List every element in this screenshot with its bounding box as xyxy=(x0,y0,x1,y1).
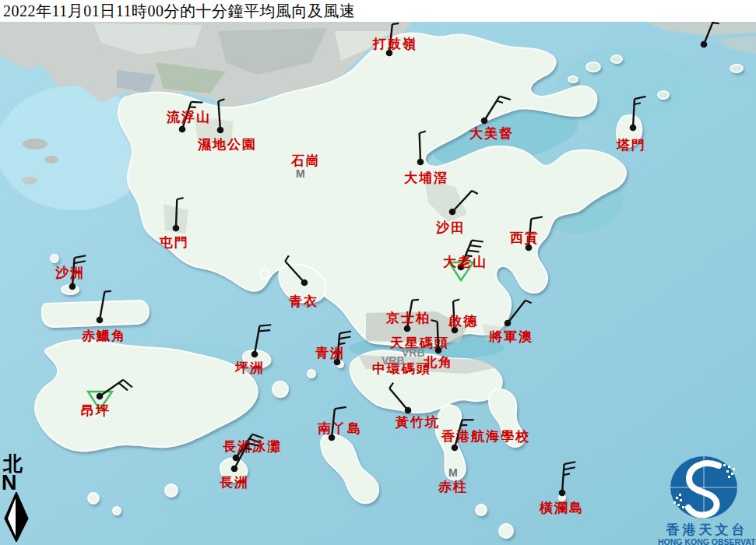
north-indicator: 北 N xyxy=(2,455,33,545)
station-dot xyxy=(251,351,258,358)
station-label: 西貢 xyxy=(509,230,540,245)
wind-barb-staff xyxy=(438,322,438,350)
station-status-m: M xyxy=(448,466,458,479)
page-title: 2022年11月01日11時00分的十分鐘平均風向及風速 xyxy=(0,1,356,22)
station-label: 坪洲 xyxy=(234,360,265,375)
station-label: 打鼓嶺 xyxy=(372,37,417,51)
station-dot xyxy=(97,393,104,400)
station-label: 塔門 xyxy=(616,138,646,153)
hong-kong-map: 打鼓嶺流浮山濕地公園石崗M大美督塔門大埔滘沙田西貢大老山屯門沙洲赤鱲角青衣京士柏… xyxy=(0,0,756,545)
station-label: 黃竹坑 xyxy=(395,414,440,430)
station-label: 大埔滘 xyxy=(404,171,448,185)
station-label: 赤鱲角 xyxy=(81,329,126,343)
wind-barb-staff xyxy=(176,199,177,228)
station-dot xyxy=(452,445,459,452)
station-status-vrb: VRB xyxy=(402,346,425,359)
station-dot xyxy=(417,159,424,166)
station-label: 沙田 xyxy=(435,220,466,235)
station-label: 流浮山 xyxy=(166,110,211,125)
station-label: 昂坪 xyxy=(81,403,111,418)
north-letter-label: N xyxy=(2,473,33,492)
station-label: 北角 xyxy=(423,355,453,370)
station-dot xyxy=(505,320,512,327)
station-dot xyxy=(179,126,186,133)
station-label: 青衣 xyxy=(289,294,318,309)
hko-logo: 香港天文台 HONG KONG OBSERVATORY xyxy=(658,455,756,545)
station-dot xyxy=(630,125,637,132)
wind-barb-tick xyxy=(339,343,345,344)
station-dot xyxy=(404,325,411,332)
station-status-vrb: VRB xyxy=(382,354,405,367)
hko-wind-map-page: 打鼓嶺流浮山濕地公園石崗M大美督塔門大埔滘沙田西貢大老山屯門沙洲赤鱲角青衣京士柏… xyxy=(0,0,756,545)
station-label: 啟德 xyxy=(448,314,478,329)
station-dot xyxy=(405,407,412,414)
station-label: 屯門 xyxy=(159,235,189,250)
hko-name-chinese: 香港天文台 xyxy=(658,523,756,537)
station-dot xyxy=(435,347,442,354)
wind-barb-tick xyxy=(191,102,202,103)
station-dot xyxy=(481,118,488,125)
north-arrow-icon xyxy=(2,492,31,542)
station-label: 南丫島 xyxy=(318,421,362,436)
station-label: 大美督 xyxy=(469,125,514,141)
station-label: 橫瀾島 xyxy=(539,501,584,515)
title-bar: 2022年11月01日11時00分的十分鐘平均風向及風速 xyxy=(0,0,756,22)
wind-barb-tick xyxy=(104,291,111,292)
station-label: 濕地公園 xyxy=(197,137,257,152)
hko-name-english: HONG KONG OBSERVATORY xyxy=(658,537,756,545)
station-dot xyxy=(231,466,238,473)
wind-barb-tick xyxy=(259,325,271,325)
station-label: 石崗 xyxy=(290,153,321,168)
station-dot xyxy=(173,225,180,232)
wind-barb-staff xyxy=(420,133,420,162)
wind-barb-tick xyxy=(712,23,719,23)
airport-island xyxy=(42,301,149,327)
hko-logo-icon xyxy=(658,455,756,520)
station-label: 赤柱 xyxy=(438,480,468,494)
station-dot xyxy=(97,317,104,324)
station-label: 青洲 xyxy=(315,346,345,360)
station-label: 沙洲 xyxy=(55,265,85,280)
station-dot xyxy=(69,283,76,290)
station-label: 長洲 xyxy=(220,475,249,490)
wind-barb-tick xyxy=(258,330,270,331)
station-dot xyxy=(449,209,456,216)
station-status-m: M xyxy=(296,167,305,180)
station-dot xyxy=(701,41,708,48)
station-label: 京士柏 xyxy=(385,311,431,325)
station-label: 將軍澳 xyxy=(488,329,533,344)
station-dot xyxy=(559,490,566,497)
wind-barb-tick xyxy=(392,23,399,24)
station-dot xyxy=(301,280,308,287)
station-label: 大老山 xyxy=(443,255,487,269)
station-label: 香港航海學校 xyxy=(441,429,530,444)
wind-barb-tick xyxy=(412,300,418,301)
station-dot xyxy=(217,127,224,134)
station-label: 長洲泳灘 xyxy=(223,439,282,454)
